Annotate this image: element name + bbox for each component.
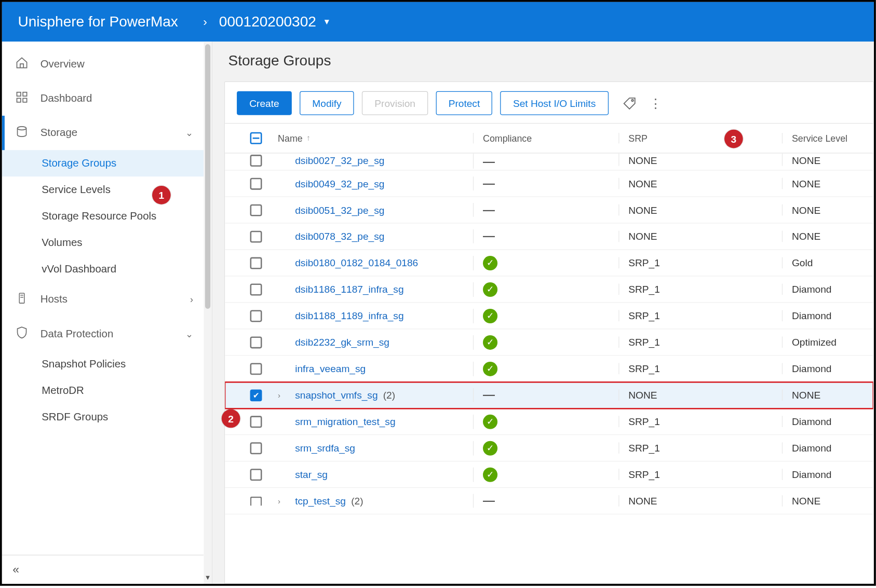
compliance-ok-icon: ✓ — [483, 467, 497, 482]
storage-group-link[interactable]: dsib0078_32_pe_sg — [295, 231, 384, 242]
row-checkbox[interactable] — [250, 389, 262, 401]
sidebar-scrollbar[interactable]: ▼ — [204, 42, 211, 584]
svg-rect-5 — [19, 293, 24, 303]
storage-group-link[interactable]: dsib1186_1187_infra_sg — [295, 284, 403, 295]
table-row[interactable]: dsib0180_0182_0184_0186✓SRP_1Gold — [225, 250, 873, 277]
expand-row-icon[interactable]: › — [278, 496, 286, 505]
chevron-down-icon: ⌄ — [185, 329, 193, 339]
storage-group-link[interactable]: dsib2232_gk_srm_sg — [295, 336, 389, 348]
table-row[interactable]: dsib1186_1187_infra_sg✓SRP_1Diamond — [225, 277, 873, 303]
scrollbar-thumb[interactable] — [205, 44, 210, 309]
srp-cell: NONE — [618, 231, 782, 242]
table-row[interactable]: ›tcp_test_sg (2)—NONENONE — [225, 488, 873, 514]
storage-group-link[interactable]: star_sg — [295, 469, 328, 480]
column-header-srp[interactable]: SRP — [618, 133, 782, 143]
storage-group-link[interactable]: dsib0027_32_pe_sg — [295, 155, 384, 166]
sidebar-item-dashboard[interactable]: Dashboard — [2, 81, 204, 116]
table-row[interactable]: dsib0049_32_pe_sg—NONENONE — [225, 171, 873, 197]
row-checkbox[interactable] — [250, 310, 262, 322]
select-all-checkbox[interactable] — [250, 132, 262, 144]
service-level-cell: NONE — [782, 204, 873, 216]
sidebar-item-storage-groups[interactable]: Storage Groups — [2, 150, 204, 176]
row-checkbox[interactable] — [250, 283, 262, 295]
chevron-down-icon: ⌄ — [185, 128, 193, 138]
modify-button[interactable]: Modify — [300, 91, 354, 115]
chevron-right-icon: › — [190, 294, 193, 305]
sidebar-item-volumes[interactable]: Volumes — [2, 229, 204, 256]
scroll-down-icon[interactable]: ▼ — [204, 574, 211, 581]
service-level-cell: NONE — [782, 178, 873, 189]
more-actions-icon[interactable]: ⋮ — [649, 95, 661, 111]
srp-cell: NONE — [618, 178, 782, 189]
service-level-cell: NONE — [782, 231, 873, 242]
row-checkbox[interactable] — [250, 336, 262, 348]
storage-group-link[interactable]: dsib0180_0182_0184_0186 — [295, 257, 418, 269]
row-checkbox[interactable] — [250, 155, 262, 167]
child-count: (2) — [383, 389, 395, 401]
compliance-none-icon: — — [483, 494, 494, 507]
table-row[interactable]: dsib0078_32_pe_sg—NONENONE — [225, 224, 873, 250]
sidebar-item-service-levels[interactable]: Service Levels — [2, 176, 204, 203]
tag-icon[interactable] — [618, 96, 636, 111]
row-checkbox[interactable] — [250, 496, 262, 505]
collapse-sidebar-button[interactable]: « — [2, 555, 204, 584]
srp-cell: SRP_1 — [618, 416, 782, 427]
table-row[interactable]: srm_srdfa_sg✓SRP_1Diamond — [225, 435, 873, 461]
sidebar-item-srdf-groups[interactable]: SRDF Groups — [2, 404, 204, 430]
svg-rect-0 — [17, 92, 20, 96]
expand-row-icon[interactable]: › — [278, 390, 286, 400]
storage-group-link[interactable]: srm_migration_test_sg — [295, 416, 395, 427]
storage-group-link[interactable]: infra_veeam_sg — [295, 363, 366, 374]
set-host-io-button[interactable]: Set Host I/O Limits — [501, 91, 609, 115]
chevron-down-icon[interactable]: ▼ — [323, 17, 331, 26]
callout-badge-1: 1 — [152, 186, 171, 204]
sidebar-item-data-protection[interactable]: Data Protection ⌄ — [2, 317, 204, 351]
table-row[interactable]: dsib0027_32_pe_sg—NONENONE — [225, 154, 873, 171]
compliance-ok-icon: ✓ — [483, 335, 497, 349]
table-row[interactable]: ›snapshot_vmfs_sg (2)—NONENONE — [225, 382, 873, 408]
sidebar-item-hosts[interactable]: Hosts › — [2, 282, 204, 317]
row-checkbox[interactable] — [250, 257, 262, 269]
table-row[interactable]: srm_migration_test_sg✓SRP_1Diamond — [225, 408, 873, 435]
table-row[interactable]: dsib2232_gk_srm_sg✓SRP_1Optimized — [225, 329, 873, 355]
row-checkbox[interactable] — [250, 363, 262, 375]
table-row[interactable]: dsib0051_32_pe_sg—NONENONE — [225, 197, 873, 224]
sidebar-item-overview[interactable]: Overview — [2, 47, 204, 81]
protect-button[interactable]: Protect — [436, 91, 492, 115]
compliance-ok-icon: ✓ — [483, 414, 497, 429]
sidebar: Overview Dashboard Storage ⌄ Storage Gro… — [2, 42, 204, 584]
row-checkbox[interactable] — [250, 230, 262, 242]
table-row[interactable]: infra_veeam_sg✓SRP_1Diamond — [225, 355, 873, 382]
column-header-compliance[interactable]: Compliance — [473, 133, 618, 143]
storage-group-link[interactable]: dsib0049_32_pe_sg — [295, 178, 384, 189]
table-row[interactable]: star_sg✓SRP_1Diamond — [225, 461, 873, 488]
storage-group-link[interactable]: dsib1188_1189_infra_sg — [295, 310, 403, 322]
sidebar-item-metrodr[interactable]: MetroDR — [2, 377, 204, 404]
row-checkbox[interactable] — [250, 416, 262, 428]
row-checkbox[interactable] — [250, 177, 262, 189]
storage-group-link[interactable]: dsib0051_32_pe_sg — [295, 204, 384, 216]
column-header-service-level[interactable]: Service Level — [782, 133, 873, 143]
callout-badge-2: 2 — [222, 409, 240, 428]
row-checkbox[interactable] — [250, 442, 262, 454]
sidebar-item-label: Data Protection — [41, 328, 113, 340]
row-checkbox[interactable] — [250, 469, 262, 481]
sidebar-item-srp[interactable]: Storage Resource Pools — [2, 203, 204, 229]
svg-rect-3 — [23, 98, 26, 102]
create-button[interactable]: Create — [237, 91, 292, 115]
storage-group-link[interactable]: snapshot_vmfs_sg — [295, 389, 378, 401]
array-id-selector[interactable]: 000120200302 — [219, 13, 316, 30]
service-level-cell: NONE — [782, 389, 873, 401]
storage-group-link[interactable]: srm_srdfa_sg — [295, 442, 355, 454]
column-header-name[interactable]: Name↑ — [271, 133, 473, 143]
page-title: Storage Groups — [224, 52, 874, 70]
storage-group-link[interactable]: tcp_test_sg — [295, 495, 346, 507]
table-header: Name↑ Compliance SRP Service Level — [225, 123, 873, 154]
sidebar-item-snapshot-policies[interactable]: Snapshot Policies — [2, 351, 204, 377]
service-level-cell: Gold — [782, 257, 873, 269]
sidebar-item-vvol[interactable]: vVol Dashboard — [2, 256, 204, 282]
row-checkbox[interactable] — [250, 204, 262, 216]
sidebar-item-storage[interactable]: Storage ⌄ — [2, 116, 204, 150]
table-row[interactable]: dsib1188_1189_infra_sg✓SRP_1Diamond — [225, 303, 873, 329]
compliance-ok-icon: ✓ — [483, 361, 497, 376]
